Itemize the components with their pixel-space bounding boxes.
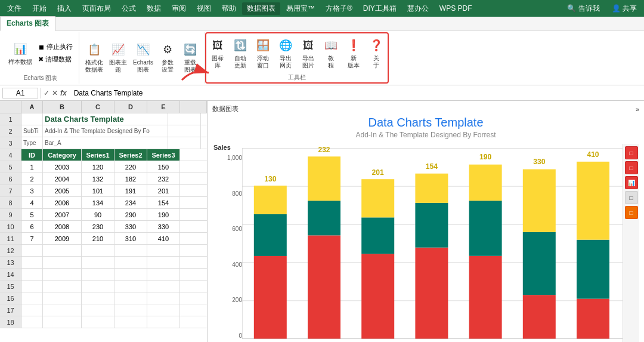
cell-c11[interactable]: 210	[82, 233, 114, 245]
cell-c9[interactable]: 90	[82, 209, 114, 221]
cell-c8[interactable]: 134	[82, 197, 114, 209]
menu-help[interactable]: 帮助	[217, 2, 241, 15]
menu-file[interactable]: 文件	[2, 2, 26, 15]
cell-b7[interactable]: 2005	[43, 185, 82, 197]
chart-subject-button[interactable]: 📈 图表主题	[107, 40, 129, 75]
cell-b5[interactable]: 2003	[43, 161, 82, 173]
cell-b4[interactable]: Category	[43, 149, 82, 161]
new-version-button[interactable]: ❗ 新版本	[343, 36, 364, 70]
cell-d3[interactable]	[201, 137, 208, 149]
sidebar-icon-chart[interactable]: 📊	[625, 176, 638, 189]
ribbon-tab-echarts[interactable]: Echarts 图表	[0, 16, 55, 31]
cell-a1[interactable]	[21, 113, 43, 125]
menu-data-chart[interactable]: 数据图表	[242, 2, 280, 15]
cell-a10[interactable]: 6	[21, 221, 43, 233]
menu-page-layout[interactable]: 页面布局	[78, 2, 116, 15]
chart-panel-header: 数据图表 »	[212, 104, 639, 113]
row-headers: 1 2 3 4 5 6 7 8 9 10 11 12 13 14 15 16 1…	[0, 113, 21, 342]
cell-a4[interactable]: ID	[21, 149, 43, 161]
cell-e5[interactable]: 150	[147, 161, 180, 173]
cell-b10[interactable]: 2008	[43, 221, 82, 233]
cell-c5[interactable]: 120	[82, 161, 114, 173]
sidebar-icon-2[interactable]: □	[625, 161, 638, 174]
cell-d7[interactable]: 191	[114, 185, 147, 197]
menu-diy[interactable]: DIY工具箱	[358, 2, 401, 15]
cell-e7[interactable]: 201	[147, 185, 180, 197]
tutorial-button[interactable]: 📖 教程	[320, 36, 342, 70]
menu-home[interactable]: 开始	[27, 2, 51, 15]
cell-d1[interactable]	[201, 113, 208, 125]
reload-chart-button[interactable]: 🔄 重载图表	[179, 40, 201, 75]
cell-e10[interactable]: 330	[147, 221, 180, 233]
table-row	[21, 245, 208, 257]
cell-e4[interactable]: Series3	[147, 149, 180, 161]
cell-c7[interactable]: 101	[82, 185, 114, 197]
cell-b6[interactable]: 2004	[43, 173, 82, 185]
auto-update-button[interactable]: 🔃 自动更新	[230, 36, 251, 70]
sidebar-icon-3[interactable]: □	[625, 191, 638, 204]
cell-b1[interactable]: Data Charts Template	[43, 113, 168, 125]
cell-d2[interactable]	[201, 125, 208, 137]
cell-d8[interactable]: 234	[114, 197, 147, 209]
export-img-button[interactable]: 🖼 导出图片	[298, 36, 319, 70]
cell-e9[interactable]: 190	[147, 209, 180, 221]
menu-formula[interactable]: 公式	[117, 2, 141, 15]
cell-a5[interactable]: 1	[21, 161, 43, 173]
sidebar-icon-1[interactable]: □	[625, 146, 638, 159]
echarts-chart-button[interactable]: 📉 Echarts图表	[131, 40, 156, 75]
menu-data[interactable]: 数据	[142, 2, 166, 15]
format-table-button[interactable]: 📋 格式化数据表	[83, 40, 106, 75]
cell-c2[interactable]	[168, 125, 201, 137]
sidebar-icon-4[interactable]: □	[625, 206, 638, 219]
cell-c6[interactable]: 132	[82, 173, 114, 185]
expand-icon[interactable]: »	[636, 106, 639, 113]
export-web-button[interactable]: 🌐 导出网页	[275, 36, 296, 70]
cell-c10[interactable]: 230	[82, 221, 114, 233]
cell-b2[interactable]: Add-In & The Template Designed By Fo	[43, 125, 168, 137]
param-settings-button[interactable]: ⚙ 参数设置	[157, 40, 178, 75]
cell-d4[interactable]: Series2	[114, 149, 147, 161]
cell-extra4[interactable]	[180, 149, 208, 161]
cell-a11[interactable]: 7	[21, 233, 43, 245]
sample-data-button[interactable]: 📊 样本数据	[6, 39, 35, 67]
cell-c3[interactable]	[168, 137, 201, 149]
cell-a2[interactable]: SubTi	[21, 125, 43, 137]
cell-b8[interactable]: 2006	[43, 197, 82, 209]
cell-b3[interactable]: Bar_A	[43, 137, 168, 149]
menu-share[interactable]: 👤 共享	[607, 2, 642, 15]
cell-d11[interactable]: 310	[114, 233, 147, 245]
menu-tell-me[interactable]: 🔍 告诉我	[562, 2, 604, 15]
cell-a8[interactable]: 4	[21, 197, 43, 209]
stop-run-button[interactable]: ⏹ 停止执行	[36, 41, 75, 53]
float-window-button[interactable]: 🪟 浮动窗口	[252, 36, 274, 70]
menu-easyuse[interactable]: 易用宝™	[281, 2, 320, 15]
menu-formatcell[interactable]: 方格子®	[321, 2, 357, 15]
cell-b11[interactable]: 2009	[43, 233, 82, 245]
menu-view[interactable]: 视图	[192, 2, 216, 15]
menu-wps-pdf[interactable]: WPS PDF	[435, 3, 477, 14]
clear-data-button[interactable]: ✖ 清理数据	[36, 54, 75, 65]
cell-reference[interactable]	[2, 88, 38, 98]
cell-d5[interactable]: 220	[114, 161, 147, 173]
menu-huiban[interactable]: 慧办公	[402, 2, 434, 15]
cell-c1[interactable]	[168, 113, 201, 125]
menu-insert[interactable]: 插入	[52, 2, 76, 15]
icon-lib-button[interactable]: 🖼 图标库	[207, 36, 228, 70]
cell-e11[interactable]: 410	[147, 233, 180, 245]
cell-d6[interactable]: 182	[114, 173, 147, 185]
menu-review[interactable]: 审阅	[167, 2, 191, 15]
cell-a7[interactable]: 3	[21, 185, 43, 197]
cell-a6[interactable]: 2	[21, 173, 43, 185]
row-header-15: 15	[0, 281, 21, 292]
cell-d9[interactable]: 290	[114, 209, 147, 221]
about-button[interactable]: ❓ 关于	[366, 36, 387, 70]
reload-chart-label: 重载图表	[184, 59, 196, 73]
cell-b9[interactable]: 2007	[43, 209, 82, 221]
cell-e6[interactable]: 232	[147, 173, 180, 185]
cell-a3[interactable]: Type	[21, 137, 43, 149]
cell-d10[interactable]: 330	[114, 221, 147, 233]
cell-e8[interactable]: 154	[147, 197, 180, 209]
cell-c4[interactable]: Series1	[82, 149, 114, 161]
formula-input[interactable]	[69, 89, 642, 97]
cell-a9[interactable]: 5	[21, 209, 43, 221]
